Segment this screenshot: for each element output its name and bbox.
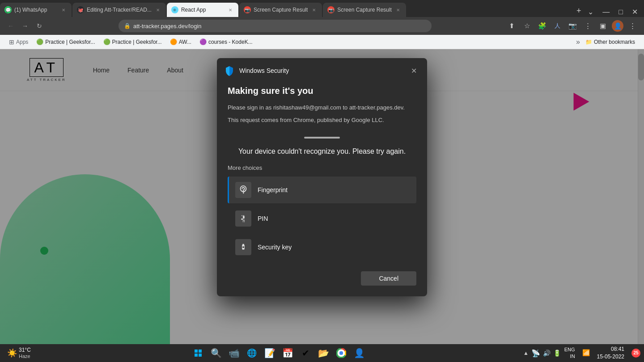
bookmark-item-1[interactable]: 🟢Practice | Geeksfor... xyxy=(100,38,165,46)
tab-close-sc1[interactable]: ✕ xyxy=(310,6,318,13)
taskbar-right: ▲ 📡 🔊 🔋 ENG IN 📶 08:41 15-05-2022 25 xyxy=(523,345,640,361)
tab-whatsapp[interactable]: 💬 (1) WhatsApp ✕ xyxy=(0,3,72,17)
bookmark-item-3[interactable]: 🟣courses - KodeK... xyxy=(196,38,256,46)
tab-search-button[interactable]: ⌄ xyxy=(585,7,596,17)
share-button[interactable]: ⬆ xyxy=(505,20,518,32)
other-bookmarks-button[interactable]: 📁 Other bookmarks xyxy=(582,38,639,46)
sys-tray: ▲ 📡 🔊 🔋 xyxy=(523,349,561,358)
bookmarks-bar: ⊞ Apps 🟢Practice | Geeksfor...🟢Practice … xyxy=(0,35,644,49)
bookmark-favicon-1: 🟢 xyxy=(103,38,110,45)
sidebar-button[interactable]: ▣ xyxy=(597,20,609,32)
volume-icon[interactable]: 🔊 xyxy=(543,349,551,357)
taskbar-left: ☀️ 31°C Haze xyxy=(4,346,34,360)
choice-list: Fingerprint PIN Security key xyxy=(228,177,416,261)
svg-point-9 xyxy=(339,351,343,355)
menu-button[interactable]: ⋮ xyxy=(626,20,639,32)
svg-point-2 xyxy=(242,246,244,248)
taskbar-weather[interactable]: ☀️ 31°C Haze xyxy=(4,346,34,360)
notification-badge[interactable]: 25 xyxy=(631,349,640,358)
dialog-header-left: Windows Security xyxy=(224,65,289,76)
taskbar-app-4[interactable]: 📂 xyxy=(315,345,331,361)
choice-label-security-key: Security key xyxy=(258,244,292,251)
toolbar-right: ⬆ ☆ 🧩 人 📷 ⋮ ▣ 👤 ⋮ xyxy=(505,20,639,32)
fingerprint-scan-line xyxy=(304,137,340,139)
extensions-button[interactable]: 🧩 xyxy=(536,20,548,32)
bookmark-label-3: courses - KodeK... xyxy=(208,39,253,45)
bookmark-favicon-0: 🟢 xyxy=(36,38,43,45)
apps-label: Apps xyxy=(16,39,28,45)
tab-title-sc1: Screen Capture Result xyxy=(254,7,308,13)
maximize-button[interactable]: □ xyxy=(616,7,626,17)
tab-sc2[interactable]: 📷 Screen Capture Result ✕ xyxy=(323,3,406,17)
svg-rect-6 xyxy=(199,354,202,357)
taskbar-profile[interactable]: 👤 xyxy=(351,345,367,361)
minimize-button[interactable]: — xyxy=(600,7,612,17)
tab-favicon-react: ⚛ xyxy=(171,6,178,13)
bookmark-item-2[interactable]: 🟠AW... xyxy=(166,38,195,46)
bookmark-label-1: Practice | Geeksfor... xyxy=(112,39,162,45)
tab-close-whatsapp[interactable]: ✕ xyxy=(60,6,67,13)
window-close-button[interactable]: ✕ xyxy=(629,7,640,17)
windows-shield-icon xyxy=(224,65,235,76)
screenshot-button[interactable]: 📷 xyxy=(566,20,579,32)
new-tab-button[interactable]: + xyxy=(572,4,585,17)
dialog-close-button[interactable]: ✕ xyxy=(407,64,420,77)
reload-button[interactable]: ↻ xyxy=(34,21,45,31)
tray-expand[interactable]: ▲ xyxy=(523,350,529,356)
tab-favicon-sc1: 📷 xyxy=(244,6,251,13)
date: 15-05-2022 xyxy=(597,353,624,361)
edge-browser-icon[interactable]: 🌐 xyxy=(244,345,260,361)
profile-avatar[interactable]: 👤 xyxy=(612,20,623,32)
dialog-description-1: Please sign in as rishitashaw49@gmail.co… xyxy=(228,103,416,112)
windows-security-dialog: Windows Security ✕ Making sure it's you … xyxy=(217,58,427,296)
svg-rect-1 xyxy=(242,244,244,245)
clock-area[interactable]: ENG IN 📶 08:41 15-05-2022 25 xyxy=(564,345,640,361)
tab-favicon-github: 🐙 xyxy=(77,6,84,13)
bookmarks-apps-button[interactable]: ⊞ Apps xyxy=(5,38,32,46)
taskbar-app-2[interactable]: 📅 xyxy=(280,345,296,361)
bookmark-item-0[interactable]: 🟢Practice | Geeksfor... xyxy=(33,38,98,46)
tab-close-react[interactable]: ✕ xyxy=(227,6,234,13)
dialog-main-heading: Making sure it's you xyxy=(228,86,416,96)
address-field[interactable]: 🔒 att-tracker.pages.dev/login xyxy=(119,20,432,32)
more-button[interactable]: ⋮ xyxy=(581,20,594,32)
tab-bar: 💬 (1) WhatsApp ✕ 🐙 Editing Att-Tracker/R… xyxy=(0,0,644,17)
region: IN xyxy=(564,353,575,360)
tab-close-github[interactable]: ✕ xyxy=(154,6,161,13)
clock: 08:41 15-05-2022 xyxy=(597,345,624,361)
bookmark-button[interactable]: ☆ xyxy=(521,20,533,32)
apps-grid-icon: ⊞ xyxy=(9,38,14,46)
bookmarks-overflow[interactable]: » xyxy=(576,38,580,46)
choice-item-fingerprint[interactable]: Fingerprint xyxy=(228,177,416,203)
choice-item-security-key[interactable]: Security key xyxy=(228,234,416,261)
taskbar-chrome[interactable] xyxy=(333,345,349,361)
tab-favicon-sc2: 📷 xyxy=(327,6,335,13)
taskbar-app-1[interactable]: 📝 xyxy=(262,345,278,361)
address-bar: ← → ↻ 🔒 att-tracker.pages.dev/login ⬆ ☆ … xyxy=(0,17,644,35)
bookmark-favicon-2: 🟠 xyxy=(170,38,177,45)
widgets-button[interactable]: 📹 xyxy=(226,345,242,361)
taskbar-app-3[interactable]: ✔ xyxy=(297,345,314,361)
translate-icon[interactable]: 人 xyxy=(551,20,564,32)
choice-item-pin[interactable]: PIN xyxy=(228,205,416,232)
tab-react[interactable]: ⚛ React App ✕ xyxy=(167,3,238,17)
battery-icon[interactable]: 🔋 xyxy=(553,349,561,357)
back-button[interactable]: ← xyxy=(5,21,16,31)
search-button[interactable]: 🔍 xyxy=(208,345,224,361)
dialog-footer: Cancel xyxy=(228,269,416,286)
main-content: AT ATT TRACKER Home Feature About xyxy=(0,49,644,344)
weather-icon: ☀️ xyxy=(7,348,17,358)
tab-close-sc2[interactable]: ✕ xyxy=(394,6,402,13)
network-icon[interactable]: 📡 xyxy=(531,349,540,358)
svg-rect-5 xyxy=(195,354,198,357)
taskbar: ☀️ 31°C Haze 🔍 📹 🌐 📝 📅 ✔ 📂 xyxy=(0,344,644,362)
cancel-button[interactable]: Cancel xyxy=(361,271,416,286)
bookmark-favicon-3: 🟣 xyxy=(199,38,207,45)
forward-button[interactable]: → xyxy=(20,21,30,31)
tab-github[interactable]: 🐙 Editing Att-Tracker/READ... ✕ xyxy=(72,3,166,17)
start-button[interactable] xyxy=(190,345,206,361)
tab-title-whatsapp: (1) WhatsApp xyxy=(14,7,57,13)
choice-icon-pin xyxy=(235,210,251,227)
dialog-header: Windows Security ✕ xyxy=(217,58,427,81)
tab-sc1[interactable]: 📷 Screen Capture Result ✕ xyxy=(239,3,322,17)
